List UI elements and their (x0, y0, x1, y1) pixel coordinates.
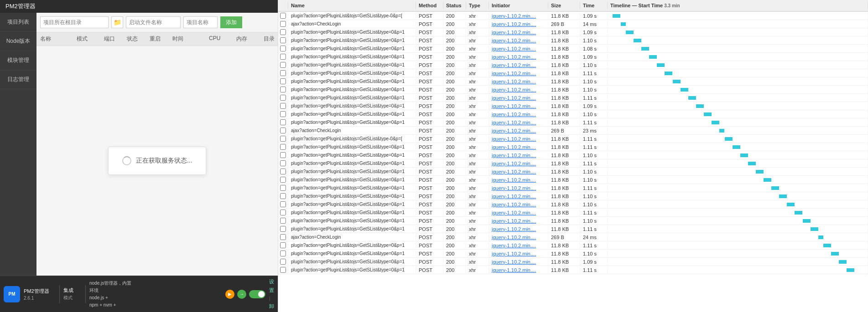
row-initiator[interactable]: jquery-1.10.2.min.... (489, 21, 548, 27)
row-checkbox[interactable] (280, 21, 286, 27)
row-initiator[interactable]: jquery-1.10.2.min.... (489, 87, 548, 93)
remove-action[interactable]: 卸 (269, 303, 274, 310)
row-initiator[interactable]: jquery-1.10.2.min.... (489, 111, 548, 118)
settings-action[interactable]: 设 (269, 278, 274, 285)
row-checkbox[interactable] (280, 259, 286, 265)
row-checkbox[interactable] (280, 37, 286, 43)
row-checkbox-cell[interactable] (278, 250, 288, 257)
row-checkbox[interactable] (280, 128, 286, 133)
row-checkbox-cell[interactable] (278, 29, 288, 36)
row-initiator[interactable]: jquery-1.10.2.min.... (489, 29, 548, 36)
row-checkbox-cell[interactable] (278, 258, 288, 265)
row-checkbox-cell[interactable] (278, 53, 288, 60)
row-checkbox[interactable] (280, 193, 286, 199)
net-row[interactable]: plugin?action=getPluginList&tojs=GetSLis… (278, 69, 868, 77)
net-row[interactable]: plugin?action=getPluginList&tojs=GetSLis… (278, 110, 868, 118)
net-row[interactable]: ajax?action=CheckLogin POST 200 xhr jque… (278, 127, 868, 135)
row-checkbox[interactable] (280, 169, 286, 174)
row-checkbox-cell[interactable] (278, 217, 288, 224)
row-checkbox[interactable] (280, 177, 286, 183)
row-checkbox[interactable] (280, 226, 286, 232)
row-initiator[interactable]: jquery-1.10.2.min.... (489, 160, 548, 167)
row-checkbox-cell[interactable] (278, 20, 288, 27)
sidebar-item-node[interactable]: Node版本 (0, 32, 36, 51)
row-checkbox-cell[interactable] (278, 70, 288, 77)
net-row[interactable]: plugin?action=getPluginList&tojs=GetSLis… (278, 77, 868, 86)
row-initiator[interactable]: jquery-1.10.2.min.... (489, 152, 548, 159)
row-initiator[interactable]: jquery-1.10.2.min.... (489, 267, 548, 273)
row-initiator[interactable]: jquery-1.10.2.min.... (489, 259, 548, 265)
net-row[interactable]: plugin?action=getPluginList&tojs=GetSLis… (278, 94, 868, 102)
sidebar-item-logs[interactable]: 日志管理 (0, 70, 36, 89)
row-checkbox[interactable] (280, 111, 286, 117)
net-row[interactable]: plugin?action=getPluginList&tojs=GetSLis… (278, 12, 868, 20)
row-checkbox[interactable] (280, 152, 286, 158)
row-initiator[interactable]: jquery-1.10.2.min.... (489, 103, 548, 109)
row-checkbox[interactable] (280, 267, 286, 273)
row-checkbox-cell[interactable] (278, 78, 288, 85)
row-initiator[interactable]: jquery-1.10.2.min.... (489, 210, 548, 216)
row-initiator[interactable]: jquery-1.10.2.min.... (489, 201, 548, 208)
row-checkbox-cell[interactable] (278, 119, 288, 126)
row-checkbox[interactable] (280, 62, 286, 68)
row-initiator[interactable]: jquery-1.10.2.min.... (489, 169, 548, 175)
row-initiator[interactable]: jquery-1.10.2.min.... (489, 242, 548, 249)
row-initiator[interactable]: jquery-1.10.2.min.... (489, 46, 548, 52)
row-checkbox-cell[interactable] (278, 209, 288, 216)
net-row[interactable]: plugin?action=getPluginList&tojs=GetSLis… (278, 192, 868, 200)
row-checkbox[interactable] (280, 95, 286, 101)
row-initiator[interactable]: jquery-1.10.2.min.... (489, 95, 548, 101)
row-initiator[interactable]: jquery-1.10.2.min.... (489, 119, 548, 126)
row-checkbox[interactable] (280, 119, 286, 125)
row-checkbox[interactable] (280, 144, 286, 150)
row-checkbox[interactable] (280, 136, 286, 142)
row-checkbox[interactable] (280, 87, 286, 92)
net-row[interactable]: plugin?action=getPluginList&tojs=GetSLis… (278, 61, 868, 69)
row-checkbox[interactable] (280, 70, 286, 76)
row-checkbox-cell[interactable] (278, 45, 288, 52)
row-checkbox-cell[interactable] (278, 266, 288, 273)
net-row[interactable]: plugin?action=getPluginList&tojs=GetSLis… (278, 217, 868, 225)
add-button[interactable]: 添加 (220, 16, 242, 28)
row-initiator[interactable]: jquery-1.10.2.min.... (489, 136, 548, 142)
row-checkbox-cell[interactable] (278, 152, 288, 159)
row-initiator[interactable]: jquery-1.10.2.min.... (489, 37, 548, 44)
row-checkbox-cell[interactable] (278, 242, 288, 249)
row-checkbox-cell[interactable] (278, 12, 288, 19)
net-row[interactable]: plugin?action=getPluginList&tojs=GetSLis… (278, 53, 868, 61)
row-checkbox-cell[interactable] (278, 160, 288, 167)
row-checkbox-cell[interactable] (278, 102, 288, 109)
row-checkbox[interactable] (280, 103, 286, 109)
row-checkbox-cell[interactable] (278, 225, 288, 232)
net-row[interactable]: plugin?action=getPluginList&tojs=GetSLis… (278, 159, 868, 168)
row-initiator[interactable]: jquery-1.10.2.min.... (489, 13, 548, 19)
row-initiator[interactable]: jquery-1.10.2.min.... (489, 54, 548, 60)
row-checkbox-cell[interactable] (278, 94, 288, 101)
net-row[interactable]: plugin?action=getPluginList&tojs=GetSLis… (278, 143, 868, 151)
row-initiator[interactable]: jquery-1.10.2.min.... (489, 177, 548, 183)
row-checkbox-cell[interactable] (278, 176, 288, 183)
net-row[interactable]: ajax?action=CheckLogin POST 200 xhr jque… (278, 20, 868, 28)
net-row[interactable]: plugin?action=getPluginList&tojs=GetSLis… (278, 28, 868, 36)
net-row[interactable]: plugin?action=getPluginList&tojs=GetSLis… (278, 258, 868, 266)
net-row[interactable]: plugin?action=getPluginList&tojs=GetSLis… (278, 168, 868, 176)
folder-browse-button[interactable]: 📁 (111, 16, 123, 28)
row-initiator[interactable]: jquery-1.10.2.min.... (489, 251, 548, 257)
row-checkbox[interactable] (280, 78, 286, 84)
net-row[interactable]: plugin?action=getPluginList&tojs=GetSLis… (278, 86, 868, 94)
net-row[interactable]: plugin?action=getPluginList&tojs=GetSLis… (278, 102, 868, 110)
row-checkbox-cell[interactable] (278, 193, 288, 199)
net-row[interactable]: ajax?action=CheckLogin POST 200 xhr jque… (278, 233, 868, 241)
row-checkbox[interactable] (280, 13, 286, 19)
row-checkbox[interactable] (280, 234, 286, 240)
row-checkbox[interactable] (280, 242, 286, 248)
row-checkbox[interactable] (280, 201, 286, 207)
net-row[interactable]: plugin?action=getPluginList&tojs=GetSLis… (278, 135, 868, 143)
net-row[interactable]: plugin?action=getPluginList&tojs=GetSLis… (278, 266, 868, 274)
arrow-icon-btn[interactable]: → (237, 290, 246, 299)
net-row[interactable]: plugin?action=getPluginList&tojs=GetSLis… (278, 209, 868, 217)
row-checkbox-cell[interactable] (278, 168, 288, 175)
row-checkbox[interactable] (280, 46, 286, 51)
row-initiator[interactable]: jquery-1.10.2.min.... (489, 78, 548, 85)
row-initiator[interactable]: jquery-1.10.2.min.... (489, 144, 548, 150)
